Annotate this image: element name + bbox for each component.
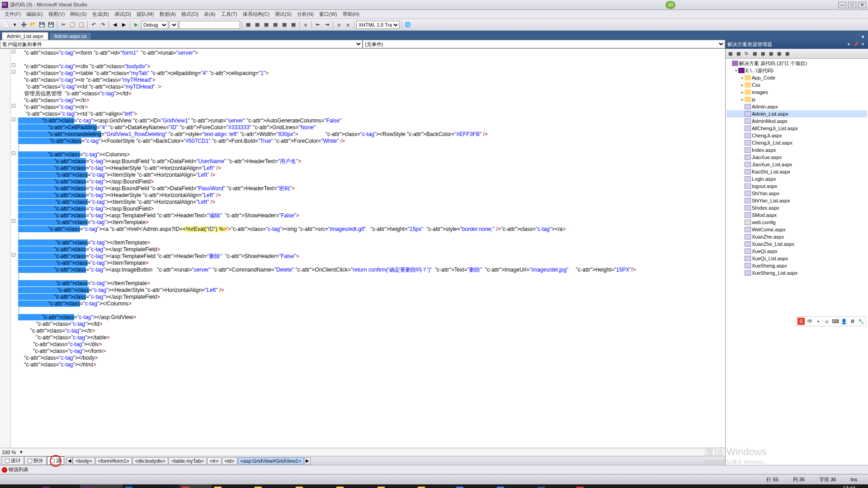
taskbar-app[interactable]: S: [574, 484, 594, 488]
bc-next-icon[interactable]: ▶: [304, 457, 311, 465]
config-dropdown[interactable]: Debug: [141, 21, 168, 29]
menu-item[interactable]: 调试(D): [112, 10, 134, 19]
tree-node[interactable]: AllChengJi_List.aspx: [726, 125, 867, 132]
breadcrumb-item[interactable]: <td>: [222, 457, 237, 465]
code-editor[interactable]: -------- "c-attr">class="c-tag"><form "c…: [0, 49, 725, 448]
panel-pin-icon[interactable]: 📌: [853, 42, 859, 47]
doctype-dropdown[interactable]: XHTML 1.0 Transitic: [356, 21, 400, 29]
tb-icon-6[interactable]: ▦: [289, 21, 297, 29]
tree-node[interactable]: XuanZhe_List.aspx: [726, 240, 867, 248]
tree-node[interactable]: ▸images: [726, 89, 867, 96]
bc-prev-icon[interactable]: ◀: [66, 457, 73, 465]
outdent-icon[interactable]: ⇤: [314, 21, 322, 29]
ime-punct-icon[interactable]: •: [815, 318, 822, 325]
taskbar-app[interactable]: E:\201805...: [334, 484, 375, 488]
start-debug-icon[interactable]: ▶: [132, 21, 140, 29]
tree-node[interactable]: SIndex.aspx: [726, 204, 867, 211]
ime-tool-icon[interactable]: 🔧: [858, 318, 865, 325]
cortana-search-icon[interactable]: ○: [20, 484, 40, 488]
menu-item[interactable]: 文件(F): [2, 10, 24, 19]
tree-node[interactable]: ▾E:\...\源代码\: [726, 67, 867, 74]
tree-node[interactable]: XueQi.aspx: [726, 248, 867, 255]
platform-dropdown[interactable]: [169, 21, 178, 29]
tree-node[interactable]: ChengJi.aspx: [726, 132, 867, 139]
design-tab[interactable]: 设计: [2, 456, 24, 465]
ime-lang-icon[interactable]: 中: [806, 318, 813, 325]
tree-node[interactable]: WelCome.aspx: [726, 226, 867, 233]
menu-item[interactable]: 测试(S): [272, 10, 294, 19]
menu-item[interactable]: 网站(S): [67, 10, 90, 19]
tb-icon-1[interactable]: ▦: [244, 21, 252, 29]
tree-node[interactable]: JiaoXue.aspx: [726, 154, 867, 161]
taskbar-app[interactable]: E:\享有a\...: [415, 484, 454, 488]
copy-icon[interactable]: 📋: [68, 21, 76, 29]
error-list-tab[interactable]: !错误列表: [2, 466, 28, 473]
breadcrumb-item[interactable]: <div.bodydiv>: [132, 457, 168, 465]
taskbar-app[interactable]: Myeclipse...: [494, 484, 535, 488]
ime-keyboard-icon[interactable]: ⌨: [832, 318, 839, 325]
tree-node[interactable]: ShiYan_List.aspx: [726, 197, 867, 204]
tree-node[interactable]: ▸Css: [726, 81, 867, 89]
menu-item[interactable]: 生成(B): [90, 10, 112, 19]
show-all-icon[interactable]: ▦: [735, 50, 742, 57]
find-combo[interactable]: [179, 21, 240, 29]
tree-node[interactable]: 解决方案 源代码 (3)"(1 个项目): [726, 60, 867, 67]
tree-node[interactable]: XueSheng.aspx: [726, 262, 867, 269]
minimize-button[interactable]: —: [838, 2, 846, 8]
tree-node[interactable]: KaoShi_List.aspx: [726, 168, 867, 175]
tab-admin-list[interactable]: Admin_List.aspx: [2, 32, 48, 40]
comment-icon[interactable]: ≡: [302, 21, 310, 29]
tree-node[interactable]: SMod.aspx: [726, 211, 867, 219]
menu-item[interactable]: 表(A): [201, 10, 218, 19]
close-button[interactable]: ✕: [858, 2, 866, 8]
redo-icon[interactable]: ↷: [99, 21, 107, 29]
tb-icon-5[interactable]: ▦: [280, 21, 288, 29]
tree-node[interactable]: ChengJi_List.aspx: [726, 139, 867, 146]
solution-tree[interactable]: 解决方案 源代码 (3)"(1 个项目)▾E:\...\源代码\▸App_Cod…: [726, 59, 868, 465]
ime-emoji-icon[interactable]: ☺: [823, 318, 830, 325]
tree-node[interactable]: ▸js: [726, 96, 867, 103]
browser-icon[interactable]: 🌐: [404, 21, 412, 29]
split-tab[interactable]: 拆分: [24, 456, 47, 465]
zoom-dropdown-icon[interactable]: ▾: [20, 449, 23, 455]
tab-admin-cs[interactable]: Admin.aspx.cs: [49, 32, 92, 40]
menu-item[interactable]: 视图(V): [46, 10, 68, 19]
breadcrumb-item[interactable]: <tr>: [207, 457, 222, 465]
undo-icon[interactable]: ↶: [90, 21, 98, 29]
tree-node[interactable]: ShiYan.aspx: [726, 190, 867, 197]
menu-item[interactable]: 工具(T): [218, 10, 240, 19]
system-tray[interactable]: ^ 🛡 🔊 囯 13:44 2018/4/30 💬: [800, 485, 868, 488]
notification-badge[interactable]: 40: [665, 1, 675, 9]
menu-item[interactable]: 团队(M): [134, 10, 157, 19]
menu-item[interactable]: 分析(N): [294, 10, 316, 19]
tb-icon-2[interactable]: ▦: [253, 21, 261, 29]
tabs-dropdown-icon[interactable]: ▾: [860, 34, 866, 40]
copy-site-icon[interactable]: ▦: [775, 50, 783, 57]
properties-icon[interactable]: ▦: [726, 50, 734, 57]
ime-settings-icon[interactable]: ⚙: [849, 318, 856, 325]
tree-node[interactable]: web.config: [726, 219, 867, 226]
tb-icon-3[interactable]: ▦: [262, 21, 270, 29]
save-all-icon[interactable]: 💾: [47, 21, 55, 29]
tree-node[interactable]: ▸App_Code: [726, 74, 867, 81]
taskbar-app[interactable]: http://loc...: [123, 484, 160, 488]
config-icon[interactable]: ▦: [783, 50, 791, 57]
taskbar-app[interactable]: 腾讯QQ: [179, 484, 212, 488]
tree-node[interactable]: Login.aspx: [726, 175, 867, 183]
tb-icon-4[interactable]: ▦: [271, 21, 279, 29]
object-dropdown[interactable]: 客户端对象和事件: [0, 40, 363, 48]
tree-node[interactable]: XueQi_List.aspx: [726, 255, 867, 262]
taskbar-app[interactable]: E:\201805...: [252, 484, 293, 488]
tree-node[interactable]: logout.aspx: [726, 183, 867, 190]
add-item-icon[interactable]: ➕: [20, 21, 28, 29]
breadcrumb-item[interactable]: <body>: [73, 457, 95, 465]
tree-node[interactable]: Index.aspx: [726, 146, 867, 154]
dropdown-icon[interactable]: ▾: [11, 21, 19, 29]
taskbar-app[interactable]: Microsoft ...: [40, 484, 80, 488]
taskbar-app[interactable]: 源代码 (3) ...: [80, 484, 123, 488]
save-icon[interactable]: 💾: [38, 21, 46, 29]
indent-icon[interactable]: ⇥: [323, 21, 331, 29]
menu-item[interactable]: 窗口(W): [316, 10, 340, 19]
menu-item[interactable]: 体系结构(C): [240, 10, 272, 19]
view-designer-icon[interactable]: ▦: [767, 50, 774, 57]
